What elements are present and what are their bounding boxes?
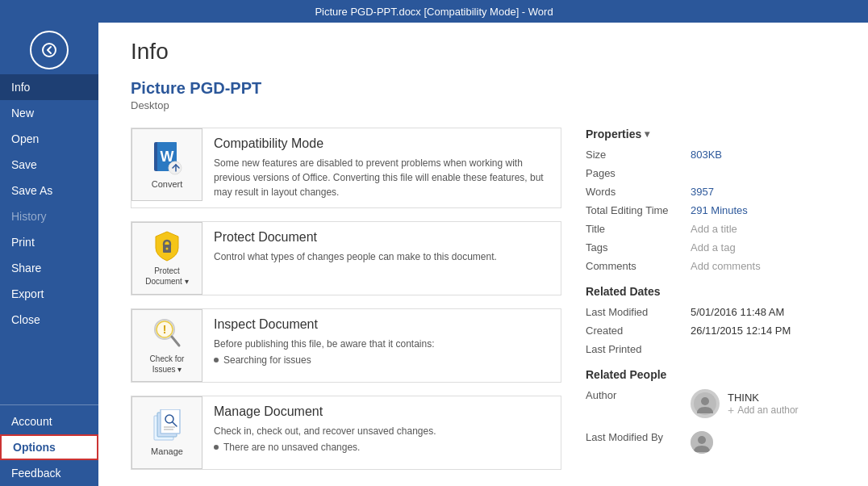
svg-point-20 xyxy=(701,397,709,405)
prop-last-modified-by: Last Modified By xyxy=(586,431,844,454)
sidebar: Info New Open Save Save As History Print… xyxy=(0,23,98,486)
bullet-dot-2 xyxy=(214,445,219,450)
convert-icon: W xyxy=(151,140,183,176)
sidebar-item-feedback[interactable]: Feedback xyxy=(0,460,98,486)
sidebar-item-open[interactable]: Open xyxy=(0,126,98,152)
doc-title: Picture PGD-PPT xyxy=(131,79,844,98)
prop-words: Words 3957 xyxy=(586,186,844,198)
convert-button[interactable]: W Convert xyxy=(131,128,202,201)
avatar xyxy=(691,389,720,418)
prop-words-value: 3957 xyxy=(691,186,714,198)
prop-size-value: 803KB xyxy=(691,149,722,161)
manage-label: Manage xyxy=(151,446,183,456)
convert-label: Convert xyxy=(152,179,183,189)
protect-button[interactable]: ProtectDocument ▾ xyxy=(131,222,202,295)
protect-section: ProtectDocument ▾ Protect Document Contr… xyxy=(131,221,561,295)
prop-editing-time: Total Editing Time 291 Minutes xyxy=(586,204,844,216)
prop-comments-value[interactable]: Add comments xyxy=(691,260,761,272)
inspect-text: Inspect Document Before publishing this … xyxy=(202,309,561,374)
sidebar-bottom: Account Options Feedback xyxy=(0,401,98,486)
manage-desc: Check in, check out, and recover unsaved… xyxy=(214,424,549,438)
add-author[interactable]: + Add an author xyxy=(728,404,799,417)
protect-icon xyxy=(152,230,182,262)
inspect-desc: Before publishing this file, be aware th… xyxy=(214,337,549,351)
svg-text:!: ! xyxy=(163,323,167,336)
prop-editing-value: 291 Minutes xyxy=(691,204,748,216)
prop-tags: Tags Add a tag xyxy=(586,241,844,253)
sidebar-item-close[interactable]: Close xyxy=(0,307,98,333)
sidebar-divider xyxy=(0,404,98,405)
protect-heading: Protect Document xyxy=(214,230,549,245)
prop-pages: Pages xyxy=(586,167,844,179)
last-modified-avatar xyxy=(691,431,713,454)
inspect-heading: Inspect Document xyxy=(214,317,549,332)
page-title: Info xyxy=(131,39,844,65)
prop-title-value[interactable]: Add a title xyxy=(691,223,737,235)
check-issues-button[interactable]: ! Check forIssues ▾ xyxy=(131,309,202,382)
sidebar-item-account[interactable]: Account xyxy=(0,408,98,434)
prop-tags-value[interactable]: Add a tag xyxy=(691,241,736,253)
prop-created: Created 26/11/2015 12:14 PM xyxy=(586,325,844,337)
prop-size: Size 803KB xyxy=(586,149,844,161)
sidebar-item-options[interactable]: Options xyxy=(0,434,98,460)
author-info: THINK + Add an author xyxy=(691,389,799,418)
sidebar-item-export[interactable]: Export xyxy=(0,281,98,307)
sidebar-item-share[interactable]: Share xyxy=(0,255,98,281)
manage-heading: Manage Document xyxy=(214,404,549,419)
sidebar-item-history[interactable]: History xyxy=(0,203,98,229)
related-people-title: Related People xyxy=(586,368,844,381)
compatibility-desc: Some new features are disabled to preven… xyxy=(214,156,549,199)
doc-location: Desktop xyxy=(131,99,844,111)
related-dates-title: Related Dates xyxy=(586,285,844,298)
inspect-section: ! Check forIssues ▾ Inspect Document Bef… xyxy=(131,308,561,383)
avatar-icon xyxy=(694,392,716,415)
inspect-icon: ! xyxy=(152,316,182,350)
manage-text: Manage Document Check in, check out, and… xyxy=(202,396,561,461)
compatibility-text: Compatibility Mode Some new features are… xyxy=(202,128,561,207)
last-modified-avatar-icon xyxy=(691,431,713,454)
manage-icon xyxy=(151,409,183,443)
prop-last-modified-value: 5/01/2016 11:48 AM xyxy=(691,306,784,318)
check-issues-label: Check forIssues ▾ xyxy=(150,354,185,375)
svg-point-22 xyxy=(698,436,706,444)
sections: W Convert Compatibility Mode Some new fe… xyxy=(131,128,561,483)
prop-last-printed: Last Printed xyxy=(586,343,844,355)
main-content: Info Picture PGD-PPT Desktop W xyxy=(98,23,868,486)
svg-point-0 xyxy=(43,44,56,57)
properties-title: Properties ▾ xyxy=(586,128,844,140)
manage-button[interactable]: Manage xyxy=(131,396,202,469)
protect-desc: Control what types of changes people can… xyxy=(214,249,549,264)
svg-line-11 xyxy=(172,337,179,346)
back-button[interactable] xyxy=(30,31,69,69)
manage-section: Manage Manage Document Check in, check o… xyxy=(131,396,561,470)
app-body: Info New Open Save Save As History Print… xyxy=(0,23,868,486)
protect-label: ProtectDocument ▾ xyxy=(145,266,188,287)
content-area: W Convert Compatibility Mode Some new fe… xyxy=(131,128,844,483)
prop-last-modified: Last Modified 5/01/2016 11:48 AM xyxy=(586,306,844,318)
properties-panel: Properties ▾ Size 803KB Pages Words 3957… xyxy=(586,128,844,483)
sidebar-item-new[interactable]: New xyxy=(0,100,98,126)
prop-comments: Comments Add comments xyxy=(586,260,844,272)
prop-created-value: 26/11/2015 12:14 PM xyxy=(691,325,791,337)
sidebar-item-info[interactable]: Info xyxy=(0,74,98,100)
sidebar-item-save-as[interactable]: Save As xyxy=(0,178,98,203)
protect-text: Protect Document Control what types of c… xyxy=(202,222,561,272)
prop-author-row: Author THINK + xyxy=(586,389,844,425)
compatibility-section: W Convert Compatibility Mode Some new fe… xyxy=(131,128,561,208)
svg-point-7 xyxy=(166,248,169,250)
sidebar-item-print[interactable]: Print xyxy=(0,229,98,255)
author-name: THINK xyxy=(728,392,799,404)
inspect-sub: Searching for issues xyxy=(214,354,549,366)
title-bar: Picture PGD-PPT.docx [Compatibility Mode… xyxy=(0,0,868,23)
prop-title: Title Add a title xyxy=(586,223,844,235)
properties-dropdown-arrow[interactable]: ▾ xyxy=(645,128,649,140)
sidebar-item-save[interactable]: Save xyxy=(0,152,98,178)
compatibility-heading: Compatibility Mode xyxy=(214,136,549,151)
manage-sub: There are no unsaved changes. xyxy=(214,442,549,453)
bullet-dot xyxy=(214,358,219,362)
title-bar-text: Picture PGD-PPT.docx [Compatibility Mode… xyxy=(315,6,553,18)
